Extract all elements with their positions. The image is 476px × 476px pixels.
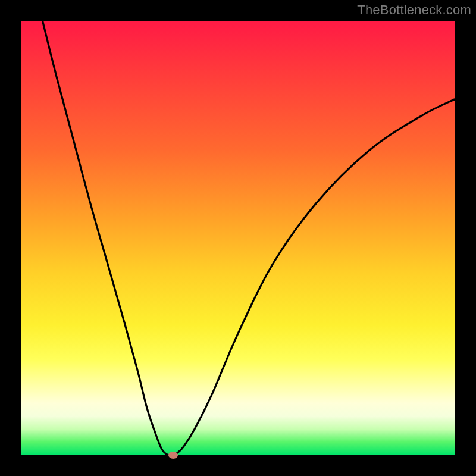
optimum-marker <box>168 452 178 459</box>
plot-area <box>21 21 455 455</box>
chart-frame: TheBottleneck.com <box>0 0 476 476</box>
bottleneck-curve <box>21 21 455 455</box>
watermark-text: TheBottleneck.com <box>357 2 471 18</box>
